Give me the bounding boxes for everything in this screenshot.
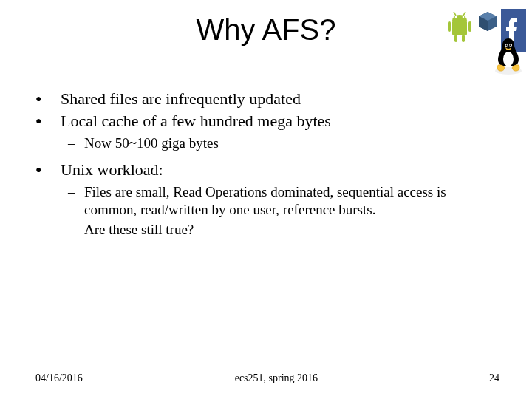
- dash-icon: –: [68, 134, 84, 152]
- dash-icon: –: [68, 183, 84, 201]
- bullet-item: ● Local cache of a few hundred mega byte…: [35, 111, 499, 132]
- svg-point-17: [506, 44, 508, 46]
- footer-date: 04/16/2016: [35, 372, 83, 384]
- bullet-text: Shared files are infrequently updated: [61, 89, 499, 109]
- svg-rect-6: [468, 21, 471, 32]
- sub-bullet-item: – Now 50~100 giga bytes: [68, 134, 499, 152]
- slide: Why AFS?: [0, 0, 532, 399]
- svg-point-18: [510, 44, 511, 46]
- svg-rect-5: [448, 21, 451, 32]
- bullet-item: ● Shared files are infrequently updated: [35, 89, 499, 109]
- svg-rect-7: [454, 35, 457, 42]
- svg-rect-0: [452, 21, 467, 35]
- svg-point-1: [455, 16, 457, 18]
- tux-icon: [492, 35, 525, 75]
- android-icon: [445, 9, 474, 44]
- footer-course: ecs251, spring 2016: [83, 372, 470, 384]
- svg-line-4: [463, 12, 466, 16]
- bullet-icon: ●: [35, 160, 61, 180]
- svg-line-3: [454, 12, 456, 16]
- sub-bullet-item: – Are these still true?: [68, 221, 499, 239]
- svg-point-2: [463, 16, 465, 18]
- bullet-icon: ●: [35, 89, 61, 109]
- svg-point-14: [503, 52, 514, 66]
- sub-bullet-text: Files are small, Read Operations dominat…: [84, 183, 499, 219]
- dash-icon: –: [68, 221, 84, 239]
- bullet-icon: ●: [35, 111, 61, 132]
- bullet-text: Local cache of a few hundred mega bytes: [61, 111, 499, 132]
- sub-bullet-text: Are these still true?: [84, 221, 499, 239]
- content-body: ● Shared files are infrequently updated …: [35, 89, 499, 242]
- footer: 04/16/2016 ecs251, spring 2016 24: [35, 372, 499, 384]
- bullet-item: ● Unix workload:: [35, 160, 499, 180]
- sub-bullet-item: – Files are small, Read Operations domin…: [68, 183, 499, 219]
- bullet-text: Unix workload:: [61, 160, 499, 180]
- logo-cluster: [445, 9, 526, 52]
- svg-rect-8: [462, 35, 465, 42]
- footer-page-number: 24: [470, 372, 499, 384]
- sub-bullet-text: Now 50~100 giga bytes: [84, 134, 499, 152]
